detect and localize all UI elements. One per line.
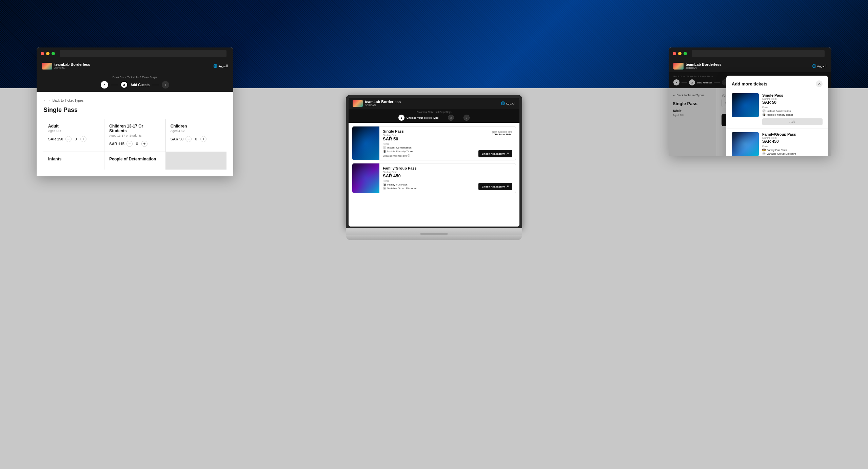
laptop-single-pass-card: Single Pass Starting From SAR 50 Perks ✓… [352,126,516,160]
expand-dot-right[interactable] [684,52,687,55]
show-more-link[interactable]: Show all important info ⓘ [383,154,472,157]
pod-label: People of Determination [109,157,160,161]
modal-fp-title: Family/Group Pass [762,132,823,136]
step3-circle: 3 [162,81,169,89]
adult-decrease-btn[interactable]: − [65,136,72,142]
adult-label: Adult [48,124,99,129]
children-increase-btn[interactable]: + [200,136,206,142]
teen-qty: 0 [135,142,139,146]
modal-discount-icon: % [762,152,766,155]
single-pass-perk2: 📱 Mobile Friendly Ticket [383,150,472,153]
single-pass-body: Single Pass Starting From SAR 50 Perks ✓… [379,126,475,160]
back-arrow-icon: ← [43,99,47,102]
single-pass-right: Next available date 10th June 2024 Check… [475,126,516,160]
adult-qty: 0 [74,137,78,141]
laptop-logo: teamLab Borderless JORDAN [353,100,401,107]
modal-single-pass: Single Pass Starting From SAR 50 Perks ✓… [726,90,828,129]
left-browser-window: teamLab Borderless JORDAN 🌐 العربية Book… [37,47,233,176]
family-pass-starting: Starting From [383,171,472,173]
arrow-icon-2: ↗ [506,185,509,188]
single-pass-image [352,126,379,160]
teen-label: Children 13-17 Or Students [109,124,160,133]
browser-chrome-left [37,47,233,60]
single-pass-perks-label: Perks [383,143,472,145]
single-pass-avail-label: Next available date [492,131,512,133]
laptop-step1-label: Choose Your Ticket Type [407,116,439,119]
laptop-device: teamLab Borderless JORDAN 🌐 العربية Book… [346,95,522,240]
modal-sp-grey-btn[interactable]: Add [762,118,823,125]
address-bar-right[interactable] [692,50,825,57]
family-pass-perks-label: Perks [383,180,472,182]
family-pass-check-avail-btn[interactable]: Check Availability ↗ [478,183,512,190]
left-nav-header: teamLab Borderless JORDAN 🌐 العربية [37,60,233,72]
modal-family-pass-body: Family/Group Pass Starting From SAR 450 … [762,132,823,156]
modal-fp-perk2: % Variable Group Discount [762,152,823,155]
minimize-dot-right[interactable] [678,52,682,55]
close-dot-right[interactable] [673,52,676,55]
family-pass-image [352,163,379,193]
laptop-step-div2 [456,118,461,118]
address-bar[interactable] [60,50,226,57]
step2-circle: 2 [120,81,128,89]
arrow-icon-1: ↗ [506,152,509,155]
laptop-screen-outer: teamLab Borderless JORDAN 🌐 العربية Book… [346,95,522,228]
discount-icon: % [383,187,386,190]
single-pass-check-avail-btn[interactable]: Check Availability ↗ [478,150,512,157]
ticket-categories-grid: Adult Aged 18+ SAR 150 − 0 + Children 13… [43,119,226,170]
teen-price: SAR 115 [109,142,124,146]
minimize-dot[interactable] [46,52,50,55]
laptop-brand-sub: JORDAN [365,104,401,107]
family-pass-title: Family/Group Pass [383,166,472,170]
language-button-left[interactable]: 🌐 العربية [213,64,228,68]
expand-dot[interactable] [52,52,55,55]
teen-increase-btn[interactable]: + [141,141,147,147]
family-icon: 👨‍👩‍👧 [383,183,386,186]
laptop-family-pass-card: Family/Group Pass Starting From SAR 450 … [352,163,516,193]
laptop-base [346,228,522,235]
category-pod: People of Determination [104,152,165,170]
family-pass-right: Check Availability ↗ [475,163,516,193]
modal-close-x-btn[interactable]: ✕ [816,80,823,87]
step1-circle: ✓ [101,81,108,89]
step-divider-2 [152,85,159,85]
category-infants: Infants [43,152,104,170]
close-dot[interactable] [41,52,44,55]
laptop-step3: 3 [463,115,470,121]
adult-increase-btn[interactable]: + [80,136,86,142]
logo-left: teamLab Borderless JORDAN [42,62,90,70]
browser-chrome-right [669,47,831,60]
single-pass-perk1: ✓ Instant Confirmation [383,146,472,149]
laptop-lang-btn[interactable]: 🌐 العربية [501,101,515,105]
modal-fp-perks-label: Perks [762,145,823,148]
modal-header: Add more tickets ✕ [726,76,828,90]
children-price: SAR 50 [171,137,184,141]
info-icon: ⓘ [408,154,410,157]
globe-icon: 🌐 [213,64,217,68]
page-title-left: Single Pass [43,106,226,114]
infants-label: Infants [48,157,99,161]
children-qty: 0 [194,137,198,141]
single-pass-title: Single Pass [383,129,472,133]
teen-decrease-btn[interactable]: − [126,141,133,147]
teen-price-row: SAR 115 − 0 + [109,141,160,147]
children-price-row: SAR 50 − 0 + [171,136,222,142]
modal-sp-perk1: ✓ Instant Confirmation [762,109,823,113]
steps-title-left: Book Your Ticket In 3 Easy Steps [42,76,228,79]
children-sub: Aged 4-12 [171,129,222,133]
mobile-icon: 📱 [383,150,386,153]
category-children: Children Aged 4-12 SAR 50 − 0 + [166,119,226,152]
family-pass-perk2: % Variable Group Discount [383,187,472,190]
logo-right: teamLab Borderless JORDAN [673,62,722,70]
modal-sp-starting: Starting From [762,98,823,100]
modal-single-pass-img [732,93,759,117]
back-link-left[interactable]: ← ← Back to Ticket Types [43,99,226,102]
steps-row-left: ✓ 2 Add Guests 3 [42,81,228,89]
laptop-screen: teamLab Borderless JORDAN 🌐 العربية Book… [349,98,519,227]
adult-price: SAR 150 [48,137,63,141]
family-pass-price: SAR 450 [383,173,472,178]
laptop-brand-name: teamLab Borderless [365,100,401,104]
children-decrease-btn[interactable]: − [185,136,192,142]
laptop-brand-icon [353,100,363,107]
language-button-right[interactable]: 🌐 العربية [812,64,827,68]
modal-overlay: Add more tickets ✕ Single Pass Starting … [669,72,831,156]
